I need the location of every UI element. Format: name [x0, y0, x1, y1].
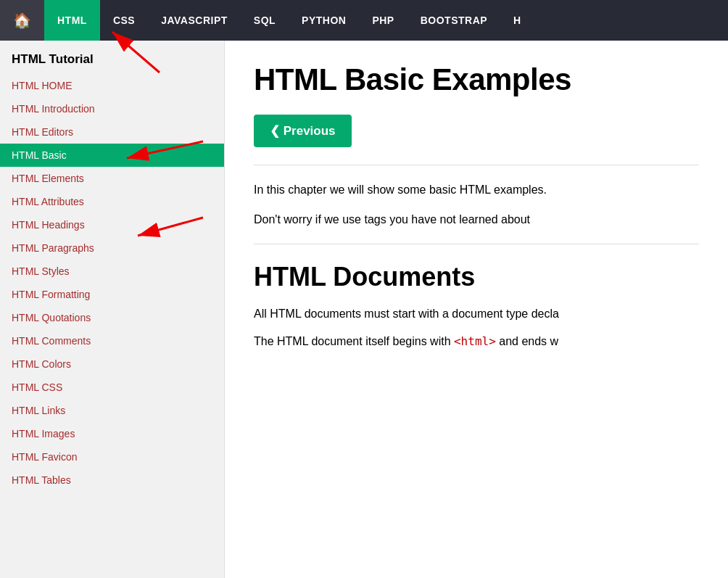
- section-title: HTML Documents: [254, 262, 699, 292]
- sidebar-item-html-editors[interactable]: HTML Editors: [0, 120, 224, 144]
- code-inline-html-tag: <html>: [454, 334, 496, 348]
- sidebar-item-html-favicon[interactable]: HTML Favicon: [0, 445, 224, 468]
- sidebar-item-html-quotations[interactable]: HTML Quotations: [0, 306, 224, 329]
- sidebar-item-html-basic[interactable]: HTML Basic: [0, 144, 224, 167]
- nav-item-bootstrap[interactable]: BOOTSTRAP: [408, 0, 500, 41]
- previous-button[interactable]: ❮ Previous: [254, 115, 352, 147]
- nav-item-more[interactable]: H: [500, 0, 534, 41]
- body-text-1: All HTML documents must start with a doc…: [254, 304, 699, 323]
- sidebar-item-html-links[interactable]: HTML Links: [0, 399, 224, 422]
- nav-item-sql[interactable]: SQL: [241, 0, 289, 41]
- divider-1: [254, 165, 699, 165]
- sidebar-title: HTML Tutorial: [0, 41, 224, 74]
- sidebar-item-html-headings[interactable]: HTML Headings: [0, 213, 224, 236]
- sidebar-item-html-formatting[interactable]: HTML Formatting: [0, 283, 224, 306]
- page-title: HTML Basic Examples: [254, 62, 699, 97]
- top-navigation: 🏠 HTML CSS JAVASCRIPT SQL PYTHON PHP BOO…: [0, 0, 728, 41]
- sidebar-item-html-tables[interactable]: HTML Tables: [0, 468, 224, 492]
- body-text-2: The HTML document itself begins with <ht…: [254, 331, 699, 351]
- sidebar-item-html-attributes[interactable]: HTML Attributes: [0, 190, 224, 213]
- divider-2: [254, 244, 699, 244]
- sidebar-item-html-images[interactable]: HTML Images: [0, 422, 224, 445]
- intro-text-2: Don't worry if we use tags you have not …: [254, 210, 699, 229]
- nav-item-css[interactable]: CSS: [100, 0, 148, 41]
- sidebar-item-html-paragraphs[interactable]: HTML Paragraphs: [0, 236, 224, 260]
- sidebar: HTML Tutorial HTML HOME HTML Introductio…: [0, 41, 225, 578]
- nav-item-python[interactable]: PYTHON: [289, 0, 359, 41]
- home-button[interactable]: 🏠: [0, 0, 44, 41]
- sidebar-item-html-comments[interactable]: HTML Comments: [0, 329, 224, 352]
- main-layout: HTML Tutorial HTML HOME HTML Introductio…: [0, 41, 728, 578]
- nav-item-html[interactable]: HTML: [44, 0, 100, 41]
- sidebar-item-html-styles[interactable]: HTML Styles: [0, 260, 224, 283]
- sidebar-item-html-css[interactable]: HTML CSS: [0, 376, 224, 399]
- sidebar-item-html-elements[interactable]: HTML Elements: [0, 167, 224, 190]
- home-icon: 🏠: [13, 12, 31, 29]
- content-area: HTML Basic Examples ❮ Previous In this c…: [225, 41, 728, 578]
- sidebar-item-html-colors[interactable]: HTML Colors: [0, 352, 224, 376]
- nav-item-php[interactable]: PHP: [359, 0, 407, 41]
- intro-text-1: In this chapter we will show some basic …: [254, 180, 699, 199]
- nav-item-javascript[interactable]: JAVASCRIPT: [148, 0, 241, 41]
- sidebar-item-html-introduction[interactable]: HTML Introduction: [0, 97, 224, 120]
- prev-next-bar: ❮ Previous: [254, 115, 699, 147]
- sidebar-item-html-home[interactable]: HTML HOME: [0, 74, 224, 97]
